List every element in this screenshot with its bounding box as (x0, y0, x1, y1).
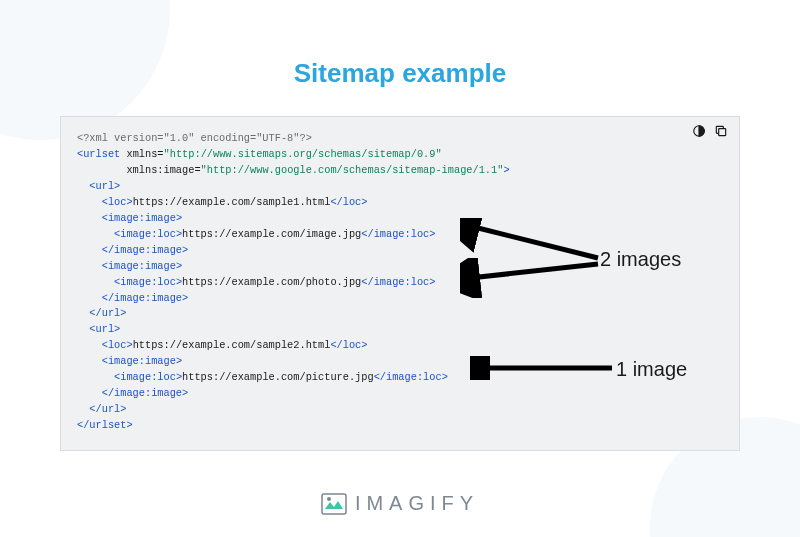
logo: IMAGIFY (0, 492, 800, 515)
xml-code: <?xml version="1.0" encoding="UTF-8"?> <… (77, 131, 723, 434)
annotation-one-image: 1 image (616, 358, 687, 381)
theme-toggle-icon[interactable] (691, 123, 707, 139)
logo-mark-icon (321, 493, 347, 515)
annotation-two-images: 2 images (600, 248, 681, 271)
svg-rect-5 (322, 494, 346, 514)
xml-declaration: <?xml version="1.0" encoding="UTF-8"?> (77, 132, 312, 144)
svg-rect-1 (719, 129, 726, 136)
code-block: <?xml version="1.0" encoding="UTF-8"?> <… (60, 116, 740, 451)
svg-point-6 (327, 497, 331, 501)
logo-text: IMAGIFY (355, 492, 479, 515)
page-title: Sitemap example (0, 58, 800, 89)
copy-icon[interactable] (713, 123, 729, 139)
code-toolbar (691, 123, 729, 139)
